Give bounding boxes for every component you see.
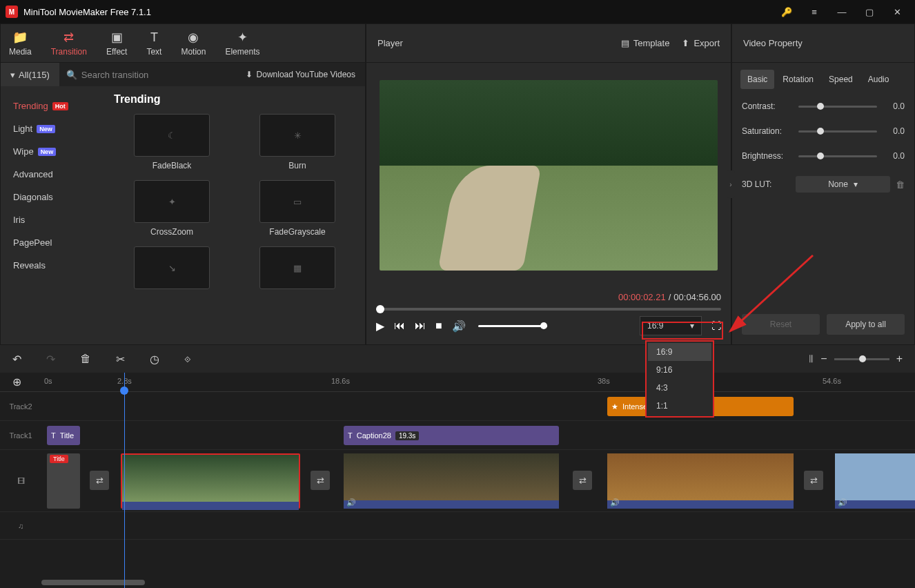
- speaker-icon: 🔊: [610, 498, 620, 507]
- prop-tab-speed[interactable]: Speed: [822, 70, 860, 89]
- hamburger-icon[interactable]: ≡: [802, 0, 827, 23]
- timeline: ⊕ 0s 2.8s 18.6s 38s 54.6s Track2 ★ Inten…: [0, 373, 915, 588]
- tab-motion[interactable]: ◉Motion: [181, 30, 206, 57]
- minimize-button[interactable]: —: [829, 0, 854, 23]
- cat-wipe[interactable]: WipeNew: [1, 140, 104, 163]
- brightness-slider[interactable]: [798, 155, 877, 157]
- app-icon: M: [6, 6, 18, 18]
- cat-advanced[interactable]: Advanced: [1, 163, 104, 186]
- text-clip-caption[interactable]: TCaption2819.3s: [344, 426, 559, 445]
- video-track-icon: 🎞: [17, 477, 25, 485]
- zoom-in-button[interactable]: +: [896, 353, 903, 365]
- video-clip-selected[interactable]: [121, 453, 300, 509]
- tab-text[interactable]: TText: [146, 30, 161, 57]
- seek-bar[interactable]: [376, 308, 721, 311]
- delete-button[interactable]: 🗑: [80, 353, 91, 365]
- motion-icon: ◉: [188, 30, 199, 45]
- search-icon: 🔍: [66, 70, 77, 80]
- contrast-slider[interactable]: [798, 106, 877, 108]
- download-icon: ⬇: [246, 70, 253, 79]
- close-button[interactable]: ✕: [885, 0, 909, 23]
- stop-button[interactable]: ■: [435, 320, 442, 332]
- timeline-ruler[interactable]: ⊕ 0s 2.8s 18.6s 38s 54.6s: [0, 373, 915, 392]
- volume-slider[interactable]: [478, 325, 547, 327]
- volume-icon[interactable]: 🔊: [452, 320, 466, 333]
- chevron-down-icon: ▾: [690, 321, 694, 331]
- category-all[interactable]: ▾ All(115): [1, 63, 59, 86]
- prev-frame-button[interactable]: ⏮: [394, 320, 405, 332]
- video-clip[interactable]: 🔊: [835, 453, 915, 509]
- folder-icon: 📁: [12, 30, 28, 45]
- template-button[interactable]: ▤Template: [621, 38, 670, 48]
- playhead[interactable]: [124, 373, 125, 588]
- text-icon: T: [150, 30, 158, 45]
- transition-item[interactable]: ↘: [114, 246, 230, 293]
- maximize-button[interactable]: ▢: [857, 0, 882, 23]
- transition-burn[interactable]: ✳Burn: [239, 114, 355, 170]
- tab-effect[interactable]: ▣Effect: [106, 30, 127, 57]
- contrast-label: Contrast:: [742, 101, 790, 111]
- cat-iris[interactable]: Iris: [1, 208, 104, 231]
- text-icon: T: [51, 431, 56, 440]
- preview-area[interactable]: [366, 63, 731, 288]
- video-clip[interactable]: 🔊: [344, 453, 559, 509]
- speed-button[interactable]: ◷: [150, 353, 159, 366]
- video-clip[interactable]: 🔊: [607, 453, 794, 509]
- transition-slot[interactable]: ⇄: [804, 471, 823, 490]
- aspect-option-9-16[interactable]: 9:16: [648, 361, 711, 379]
- aspect-option-16-9[interactable]: 16:9: [648, 343, 711, 361]
- saturation-label: Saturation:: [742, 126, 790, 136]
- redo-button[interactable]: ↷: [46, 353, 55, 366]
- download-youtube-link[interactable]: ⬇Download YouTube Videos: [236, 70, 365, 79]
- play-button[interactable]: ▶: [376, 320, 384, 333]
- export-button[interactable]: ⬆Export: [682, 38, 720, 48]
- player-panel: Player ▤Template ⬆Export 00:00:02.21 / 0…: [366, 23, 731, 345]
- library-panel: 📁Media ⇄Transition ▣Effect TText ◉Motion…: [0, 23, 366, 345]
- grid-heading: Trending: [114, 93, 355, 106]
- fullscreen-button[interactable]: ⛶: [711, 320, 721, 331]
- transition-fadeblack[interactable]: ☾FadeBlack: [114, 114, 230, 170]
- lut-dropdown[interactable]: None▾: [796, 176, 890, 193]
- transition-slot[interactable]: ⇄: [573, 471, 592, 490]
- prop-tab-basic[interactable]: Basic: [740, 70, 774, 89]
- split-button[interactable]: ✂: [116, 353, 125, 366]
- fit-zoom-icon[interactable]: ⦀: [809, 353, 814, 365]
- chevron-down-icon: ▾: [854, 179, 858, 189]
- key-icon[interactable]: 🔑: [774, 0, 799, 23]
- category-sidebar: TrendingHot LightNew WipeNew Advanced Di…: [1, 86, 104, 344]
- transition-slot[interactable]: ⇄: [90, 471, 109, 490]
- apply-all-button[interactable]: Apply to all: [827, 314, 905, 335]
- zoom-out-button[interactable]: −: [820, 353, 827, 365]
- transition-crosszoom[interactable]: ✦CrossZoom: [114, 180, 230, 237]
- cat-pagepeel[interactable]: PagePeel: [1, 231, 104, 254]
- prop-tab-rotation[interactable]: Rotation: [776, 70, 820, 89]
- search-input[interactable]: 🔍Search transition: [59, 70, 236, 80]
- next-frame-button[interactable]: ⏭: [415, 320, 426, 332]
- transition-fadegrayscale[interactable]: ▭FadeGrayscale: [239, 180, 355, 237]
- transition-slot[interactable]: ⇄: [311, 471, 330, 490]
- crop-button[interactable]: ⟐: [184, 353, 191, 365]
- cat-reveals[interactable]: Reveals: [1, 254, 104, 277]
- zoom-slider[interactable]: [834, 358, 889, 360]
- video-clip[interactable]: Title: [47, 453, 80, 509]
- aspect-option-4-3[interactable]: 4:3: [648, 379, 711, 397]
- saturation-slider[interactable]: [798, 130, 877, 133]
- cat-light[interactable]: LightNew: [1, 117, 104, 140]
- tab-media[interactable]: 📁Media: [9, 30, 32, 57]
- aspect-ratio-dropdown[interactable]: 16:9▾: [640, 316, 702, 335]
- cat-diagonals[interactable]: Diagonals: [1, 186, 104, 208]
- undo-button[interactable]: ↶: [12, 353, 21, 366]
- prop-tab-audio[interactable]: Audio: [861, 70, 896, 89]
- transition-item[interactable]: ▦: [239, 246, 355, 293]
- timeline-scrollbar[interactable]: [41, 580, 145, 585]
- cat-trending[interactable]: TrendingHot: [1, 95, 104, 117]
- aspect-option-1-1[interactable]: 1:1: [648, 397, 711, 415]
- swap-icon: ⇄: [63, 30, 74, 45]
- reset-button[interactable]: Reset: [742, 314, 820, 335]
- trash-icon[interactable]: 🗑: [896, 179, 905, 190]
- tab-transition[interactable]: ⇄Transition: [51, 30, 87, 57]
- text-clip-title[interactable]: TTitle: [47, 426, 80, 445]
- panel-expand-handle[interactable]: ›: [727, 170, 735, 198]
- add-track-button[interactable]: ⊕: [12, 375, 21, 389]
- tab-elements[interactable]: ✦Elements: [225, 30, 259, 57]
